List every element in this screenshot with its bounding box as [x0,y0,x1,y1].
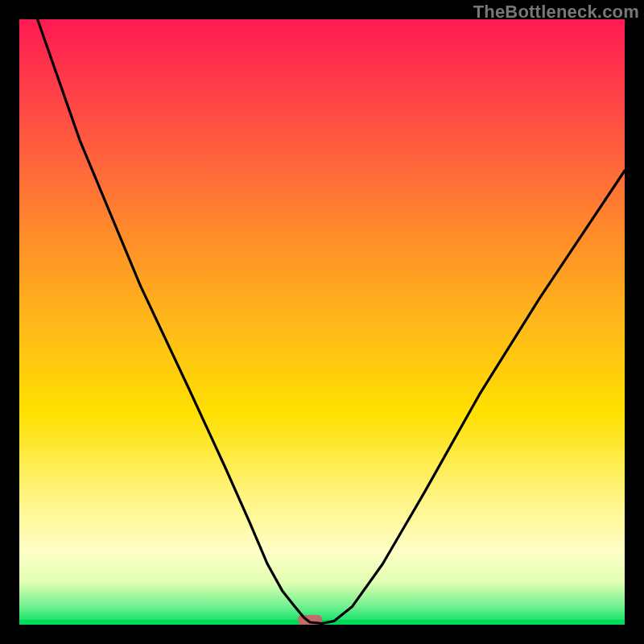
chart-svg [19,19,625,625]
chart-plot-area [19,19,625,625]
watermark-text: TheBottleneck.com [473,2,639,23]
chart-frame: TheBottleneck.com [0,0,644,644]
bottleneck-curve [38,19,625,624]
